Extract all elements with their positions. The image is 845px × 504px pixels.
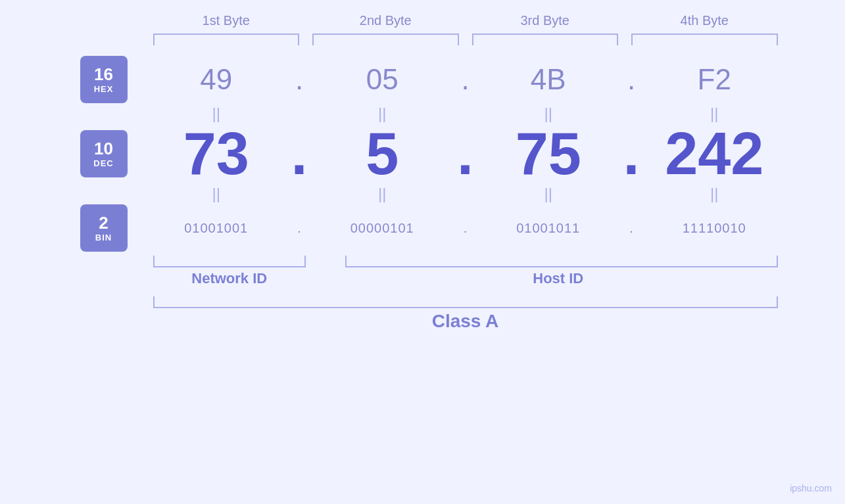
hex-dot-3: . xyxy=(618,63,644,96)
host-id-label: Host ID xyxy=(332,270,785,287)
equals-row-2: || || || || xyxy=(147,183,785,204)
network-id-label: Network ID xyxy=(147,270,313,287)
bin-val-1: 01001001 xyxy=(184,221,248,235)
hex-badge-cell: 16 HEX xyxy=(61,56,147,103)
bin-byte2: 00000101 xyxy=(312,221,452,236)
bin-val-4: 11110010 xyxy=(683,221,746,235)
dec-val-3: 75 xyxy=(516,121,581,187)
hex-values-group: 49 . 05 . 4B . F2 xyxy=(147,63,785,96)
bin-values-group: 01001001 . 00000101 . 01001011 . 1111001… xyxy=(147,221,785,236)
hex-val-2: 05 xyxy=(366,63,398,95)
bin-byte1: 01001001 xyxy=(147,221,287,236)
eq2-1: || xyxy=(147,183,287,204)
hex-byte1: 49 xyxy=(147,63,287,96)
hex-val-4: F2 xyxy=(698,63,731,95)
main-container: 1st Byte 2nd Byte 3rd Byte 4th Byte 16 H… xyxy=(61,13,785,332)
dec-val-1: 73 xyxy=(183,121,249,187)
dec-base-num: 10 xyxy=(94,139,113,158)
equals-group-2: || || || || xyxy=(147,183,785,204)
top-bracket-1 xyxy=(153,34,300,45)
bin-row: 2 BIN 01001001 . 00000101 . 01001011 . xyxy=(61,204,785,252)
eq2-3: || xyxy=(479,183,619,204)
dec-val-4: 242 xyxy=(665,121,763,187)
hex-row: 16 HEX 49 . 05 . 4B . F2 xyxy=(61,56,785,103)
dec-badge: 10 DEC xyxy=(80,130,128,177)
byte4-header: 4th Byte xyxy=(625,13,785,28)
bin-base-label: BIN xyxy=(95,233,112,242)
dec-dot-1: . xyxy=(286,124,312,183)
byte3-header: 3rd Byte xyxy=(466,13,625,28)
byte2-header: 2nd Byte xyxy=(306,13,466,28)
bin-badge-cell: 2 BIN xyxy=(61,204,147,252)
hex-badge: 16 HEX xyxy=(80,56,128,103)
dec-byte4: 242 xyxy=(644,124,785,183)
bin-val-3: 01001011 xyxy=(516,221,580,235)
dec-values-group: 73 . 5 . 75 . 242 xyxy=(147,124,785,183)
byte1-header: 1st Byte xyxy=(147,13,306,28)
top-brackets xyxy=(147,34,785,45)
byte-headers: 1st Byte 2nd Byte 3rd Byte 4th Byte xyxy=(147,13,785,28)
dec-badge-cell: 10 DEC xyxy=(61,130,147,177)
top-bracket-3 xyxy=(472,34,619,45)
bin-dot-1: . xyxy=(286,221,312,236)
hex-byte3: 4B xyxy=(479,63,619,96)
bin-val-2: 00000101 xyxy=(350,221,414,235)
eq2-4: || xyxy=(644,183,785,204)
network-host-labels: Network ID Host ID xyxy=(147,270,785,287)
bracket-spacer xyxy=(312,256,339,267)
bin-dot-3: . xyxy=(618,221,644,236)
hex-byte2: 05 xyxy=(312,63,452,96)
class-bracket-container: Class A xyxy=(147,296,785,332)
watermark: ipshu.com xyxy=(790,483,832,493)
bin-byte3: 01001011 xyxy=(479,221,619,236)
host-id-bracket xyxy=(345,256,778,267)
dec-byte3: 75 xyxy=(479,124,619,183)
hex-base-num: 16 xyxy=(94,65,113,84)
class-bracket xyxy=(153,296,778,308)
dec-dot-2: . xyxy=(452,124,479,183)
hex-dot-1: . xyxy=(286,63,312,96)
dec-base-label: DEC xyxy=(93,158,113,168)
hex-val-3: 4B xyxy=(531,63,566,95)
dec-byte1: 73 xyxy=(147,124,287,183)
hex-byte4: F2 xyxy=(644,63,785,96)
bin-dot-2: . xyxy=(452,221,479,236)
bin-base-num: 2 xyxy=(99,214,108,233)
bin-badge: 2 BIN xyxy=(80,204,128,252)
bottom-brackets-section xyxy=(147,256,785,267)
hex-base-label: HEX xyxy=(94,84,114,94)
dec-byte2: 5 xyxy=(312,124,452,183)
hex-val-1: 49 xyxy=(200,63,232,95)
dec-row: 10 DEC 73 . 5 . 75 . 242 xyxy=(61,124,785,183)
bin-byte4: 11110010 xyxy=(644,221,785,236)
hex-dot-2: . xyxy=(452,63,479,96)
class-label: Class A xyxy=(147,311,785,332)
top-bracket-2 xyxy=(312,34,459,45)
dec-val-2: 5 xyxy=(366,121,398,187)
dec-dot-3: . xyxy=(618,124,644,183)
eq2-2: || xyxy=(312,183,452,204)
top-bracket-4 xyxy=(631,34,778,45)
network-id-bracket xyxy=(153,256,306,267)
